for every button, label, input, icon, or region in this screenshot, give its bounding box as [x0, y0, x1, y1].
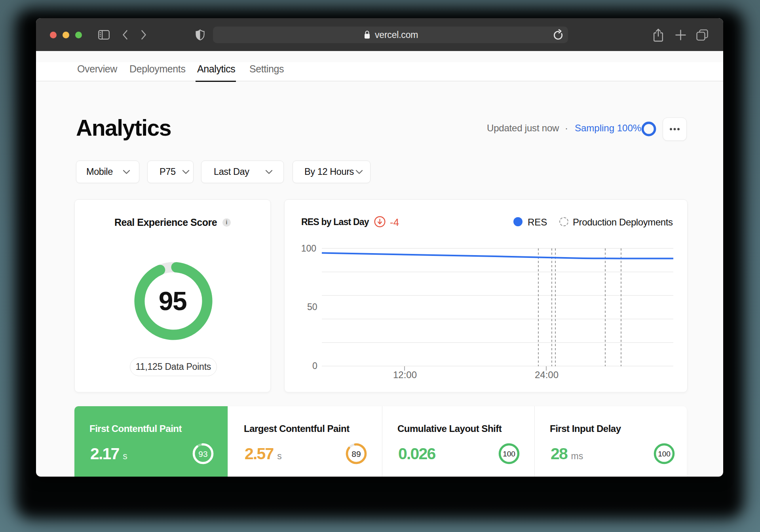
svg-text:100: 100	[658, 450, 671, 458]
svg-text:100: 100	[503, 450, 515, 458]
svg-text:89: 89	[352, 449, 361, 458]
svg-text:93: 93	[198, 449, 207, 458]
